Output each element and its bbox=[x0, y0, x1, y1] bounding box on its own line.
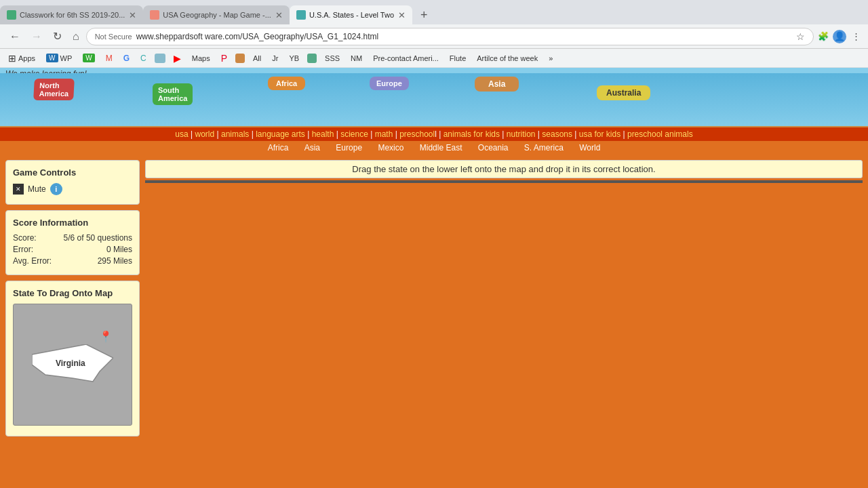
score-title: Score Information bbox=[13, 218, 132, 228]
tab-bar: Classwork for 6th SS 2019-20... ✕ USA Ge… bbox=[0, 0, 868, 24]
bookmark-gmail[interactable]: M bbox=[103, 52, 115, 64]
avg-error-label: Avg. Error: bbox=[13, 256, 52, 266]
bookmark-wp[interactable]: W WP bbox=[43, 52, 75, 64]
virginia-shape[interactable]: Virginia bbox=[32, 344, 113, 385]
profile-icon[interactable]: 👤 bbox=[833, 30, 846, 43]
nav-language-arts[interactable]: language arts bbox=[256, 129, 305, 139]
nav-health[interactable]: health bbox=[312, 129, 334, 139]
nav-science[interactable]: science bbox=[340, 129, 368, 139]
bookmark-article[interactable]: Artilce of the week bbox=[474, 53, 540, 64]
tab-usa-geography[interactable]: USA Geography - Map Game -... ✕ bbox=[143, 5, 290, 24]
subnav-mexico[interactable]: Mexico bbox=[378, 143, 403, 152]
info-button[interactable]: i bbox=[50, 183, 62, 195]
instruction-bar: Drag the state on the lower left onto th… bbox=[145, 160, 863, 178]
bookmark-all[interactable]: All bbox=[250, 53, 264, 64]
site-header: We make learning fun! NorthAmerica South… bbox=[0, 68, 868, 127]
subnav-asia[interactable]: Asia bbox=[304, 143, 320, 152]
address-bar[interactable]: Not Secure www.sheppardsoft ware.com/USA… bbox=[86, 28, 814, 45]
error-value: 0 Miles bbox=[106, 245, 132, 254]
error-label: Error: bbox=[13, 245, 33, 254]
nav-animals-for-kids[interactable]: animals for kids bbox=[443, 129, 500, 139]
url-display: www.sheppardsoft ware.com/USA_Geography/… bbox=[136, 32, 792, 41]
extensions-icon[interactable]: 🧩 bbox=[816, 30, 830, 43]
bookmark-maps[interactable]: Maps bbox=[189, 53, 213, 64]
canada-area bbox=[146, 182, 861, 183]
bookmarks-bar: ⊞ Apps W WP W M G C ▶ Maps P All Jr YB bbox=[0, 49, 868, 68]
subnav-s-america[interactable]: S. America bbox=[524, 143, 564, 152]
continent-europe: Europe bbox=[370, 77, 409, 90]
mute-row: ✕ Mute i bbox=[13, 183, 132, 195]
browser-chrome: Classwork for 6th SS 2019-20... ✕ USA Ge… bbox=[0, 0, 868, 68]
bookmark-jr[interactable]: Jr bbox=[269, 53, 281, 64]
nav-preschool-animals[interactable]: preschool animals bbox=[627, 129, 693, 139]
map-container[interactable]: CANADA 120° 110° 100° 90° 80° 70° bbox=[145, 180, 863, 183]
subnav-middle-east[interactable]: Middle East bbox=[420, 143, 462, 152]
bookmark-pinterest[interactable]: P bbox=[218, 52, 230, 65]
nav-icons: 🧩 👤 ⋮ bbox=[816, 30, 863, 43]
left-panel: Game Controls ✕ Mute i Score Information… bbox=[5, 160, 140, 436]
nav-nutrition[interactable]: nutrition bbox=[507, 129, 536, 139]
sub-nav-bar: Africa Asia Europe Mexico Middle East Oc… bbox=[0, 141, 868, 155]
bookmark-sss[interactable]: SSS bbox=[322, 53, 342, 64]
mute-label: Mute bbox=[28, 184, 46, 194]
home-button[interactable]: ⌂ bbox=[68, 28, 83, 45]
bookmark-nm[interactable]: NM bbox=[348, 53, 365, 64]
map-area: Drag the state on the lower left onto th… bbox=[145, 160, 863, 183]
game-controls-title: Game Controls bbox=[13, 167, 132, 178]
subnav-oceania[interactable]: Oceania bbox=[478, 143, 509, 152]
nav-bar: ← → ↻ ⌂ Not Secure www.sheppardsoft ware… bbox=[0, 24, 868, 49]
score-label: Score: bbox=[13, 233, 37, 243]
bookmark-c[interactable]: C bbox=[138, 52, 149, 64]
score-table: Score: 5/6 of 50 questions Error: 0 Mile… bbox=[13, 233, 132, 266]
world-map-banner: NorthAmerica SouthAmerica Africa Europe … bbox=[0, 73, 868, 128]
subnav-world[interactable]: World bbox=[579, 143, 600, 152]
bookmark-flute[interactable]: Flute bbox=[447, 53, 469, 64]
bookmark-square3[interactable] bbox=[307, 54, 317, 63]
menu-icon[interactable]: ⋮ bbox=[849, 30, 863, 43]
reload-button[interactable]: ↻ bbox=[49, 27, 66, 45]
mute-checkbox[interactable]: ✕ bbox=[13, 184, 24, 195]
nav-seasons[interactable]: seasons bbox=[542, 129, 572, 139]
security-indicator: Not Secure bbox=[95, 33, 132, 41]
bookmark-yb[interactable]: YB bbox=[286, 53, 302, 64]
bookmarks-overflow[interactable]: » bbox=[546, 53, 555, 64]
drag-area[interactable]: Virginia 📍 bbox=[13, 304, 132, 426]
bookmark-precontact[interactable]: Pre-contact Ameri... bbox=[370, 53, 441, 64]
continent-asia: Asia bbox=[475, 77, 519, 92]
continent-africa: Africa bbox=[268, 77, 305, 90]
avg-error-value: 295 Miles bbox=[98, 256, 132, 266]
subnav-africa[interactable]: Africa bbox=[268, 143, 289, 152]
nav-links-bar: usa | world | animals | language arts | … bbox=[0, 127, 868, 141]
bookmark-w[interactable]: W bbox=[80, 52, 97, 64]
score-panel: Score Information Score: 5/6 of 50 quest… bbox=[5, 210, 140, 275]
tab-classwork[interactable]: Classwork for 6th SS 2019-20... ✕ bbox=[0, 5, 143, 24]
nav-world[interactable]: world bbox=[195, 129, 214, 139]
subnav-europe[interactable]: Europe bbox=[336, 143, 362, 152]
nav-usa[interactable]: usa bbox=[175, 129, 188, 139]
bookmark-google[interactable]: G bbox=[121, 52, 132, 64]
nav-math[interactable]: math bbox=[375, 129, 393, 139]
tab-usa-states[interactable]: U.S.A. States - Level Two ✕ bbox=[290, 5, 412, 24]
forward-button[interactable]: → bbox=[27, 28, 46, 45]
back-button[interactable]: ← bbox=[5, 28, 24, 45]
nav-animals[interactable]: animals bbox=[221, 129, 249, 139]
nav-usa-for-kids[interactable]: usa for kids bbox=[579, 129, 620, 139]
bookmark-youtube[interactable]: ▶ bbox=[171, 52, 184, 65]
page-content: We make learning fun! NorthAmerica South… bbox=[0, 68, 868, 442]
game-controls-panel: Game Controls ✕ Mute i bbox=[5, 160, 140, 205]
mexico-area bbox=[146, 180, 861, 182]
bookmark-star[interactable]: ☆ bbox=[796, 31, 805, 42]
score-value: 5/6 of 50 questions bbox=[64, 233, 132, 243]
bookmark-apps[interactable]: ⊞ Apps bbox=[5, 52, 38, 65]
bookmark-square1[interactable] bbox=[155, 54, 165, 63]
nav-preschool[interactable]: preschool bbox=[399, 129, 435, 139]
drag-panel-title: State To Drag Onto Map bbox=[13, 288, 132, 298]
continent-north-america: NorthAmerica bbox=[33, 79, 75, 100]
continent-south-america: SouthAmerica bbox=[153, 83, 193, 105]
new-tab-button[interactable]: + bbox=[415, 5, 433, 24]
continent-australia: Australia bbox=[597, 85, 650, 100]
main-area: Game Controls ✕ Mute i Score Information… bbox=[0, 155, 868, 442]
bookmark-square2[interactable] bbox=[235, 54, 245, 63]
drag-pin: 📍 bbox=[99, 330, 113, 343]
drag-panel: State To Drag Onto Map Virginia 📍 bbox=[5, 281, 140, 436]
